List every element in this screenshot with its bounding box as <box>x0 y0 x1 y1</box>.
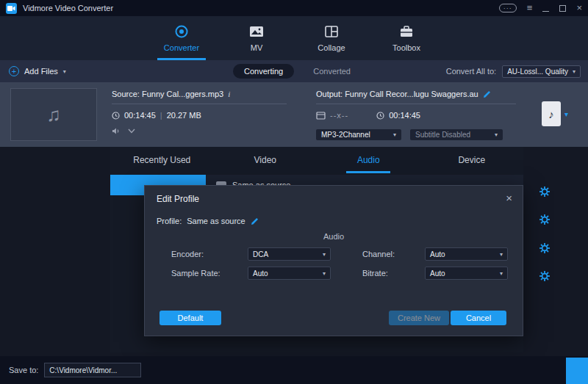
chevron-down-icon: ▾ <box>323 251 326 258</box>
chevron-down-icon: ▾ <box>500 270 503 277</box>
settings-gear-icon[interactable] <box>539 242 551 254</box>
divider <box>316 104 516 104</box>
edit-pencil-icon[interactable] <box>483 90 491 98</box>
convert-all-button[interactable] <box>566 358 588 384</box>
profile-value: Same as source <box>187 217 245 225</box>
main-nav: Converter MV Collage Toolbox <box>0 16 588 60</box>
bitrate-select[interactable]: Auto ▾ <box>425 267 508 280</box>
tab-converting[interactable]: Converting <box>233 64 294 79</box>
settings-gear-icon[interactable] <box>539 270 551 282</box>
collage-icon <box>323 24 340 39</box>
minimize-button[interactable] <box>542 1 549 15</box>
music-note-icon: ♫ <box>46 104 61 126</box>
chevron-down-icon[interactable] <box>128 128 135 134</box>
profile-tab-video[interactable]: Video <box>214 147 318 173</box>
tab-mv[interactable]: MV <box>234 16 279 60</box>
edit-profile-dialog: Edit Profile × Profile: Same as source A… <box>144 185 523 336</box>
bitrate-label: Bitrate: <box>362 269 388 278</box>
output-block: Output: Funny Call Recor...lugu Swaggers… <box>316 90 516 120</box>
tab-collage-label: Collage <box>318 43 345 52</box>
file-row: ♫ Source: Funny Cal...ggers.mp3 i 00:14:… <box>0 82 588 147</box>
music-note-icon: ♪ <box>548 108 554 120</box>
app-title: Vidmore Video Converter <box>23 4 113 12</box>
add-files-label: Add Files <box>24 67 58 76</box>
divider <box>112 104 287 104</box>
dialog-close-button[interactable]: × <box>506 192 512 204</box>
subtitle-value: Subtitle Disabled <box>415 131 470 139</box>
source-block: Source: Funny Cal...ggers.mp3 i 00:14:45… <box>112 90 287 135</box>
app-window: Vidmore Video Converter ··· ≡ × Converte… <box>0 0 588 384</box>
dialog-title: Edit Profile <box>157 194 199 204</box>
speaker-icon[interactable] <box>112 127 121 135</box>
chevron-down-icon: ▾ <box>63 68 66 75</box>
bitrate-value: Auto <box>430 269 445 278</box>
chevron-down-icon: ▾ <box>495 131 498 138</box>
save-path-input[interactable]: C:\Vidmore\Vidmor... <box>44 363 141 377</box>
sample-rate-select[interactable]: Auto ▾ <box>248 267 331 280</box>
encoder-label: Encoder: <box>171 250 204 258</box>
default-button[interactable]: Default <box>159 311 221 325</box>
toolbar: + Add Files ▾ Converting Converted Conve… <box>0 60 588 82</box>
close-button[interactable]: × <box>576 4 582 12</box>
sample-rate-value: Auto <box>253 269 268 278</box>
output-filename: Output: Funny Call Recor...lugu Swaggers… <box>316 90 478 98</box>
converter-icon <box>173 24 190 39</box>
convert-all-to-dropdown[interactable]: AU-Lossl... Quality ▾ <box>502 65 581 78</box>
app-logo-icon <box>6 3 17 14</box>
output-duration: 00:14:45 <box>389 111 420 120</box>
tab-toolbox[interactable]: Toolbox <box>384 16 429 60</box>
tab-converted[interactable]: Converted <box>309 64 355 79</box>
chevron-down-icon: ▾ <box>573 68 576 75</box>
plus-circle-icon: + <box>9 66 19 76</box>
profile-tab-recently-used[interactable]: Recently Used <box>110 147 214 173</box>
format-caret-icon[interactable]: ▾ <box>564 110 568 118</box>
encoder-value: DCA <box>253 250 268 258</box>
clock-icon <box>376 112 384 120</box>
source-size: 20.27 MB <box>167 111 201 120</box>
settings-gear-icon[interactable] <box>539 214 551 225</box>
file-thumbnail: ♫ <box>10 88 97 141</box>
info-icon[interactable]: i <box>228 90 230 98</box>
effect-icon[interactable] <box>316 112 326 120</box>
subtitle-dropdown[interactable]: Subtitle Disabled ▾ <box>410 129 503 140</box>
convert-all-to-label: Convert All to: <box>446 67 496 76</box>
add-files-button[interactable]: + Add Files ▾ <box>0 66 66 76</box>
profile-label: Profile: <box>157 217 182 225</box>
tab-collage[interactable]: Collage <box>309 16 354 60</box>
channel-select[interactable]: Auto ▾ <box>425 247 508 261</box>
audio-format-icon[interactable]: ♪ <box>542 101 561 126</box>
separator: | <box>160 111 162 120</box>
channel-label: Channel: <box>362 250 395 258</box>
output-format-dropdown[interactable]: MP3-2Channel ▾ <box>316 129 401 140</box>
clock-icon <box>112 112 120 120</box>
sample-rate-label: Sample Rate: <box>171 269 220 278</box>
settings-gear-icon[interactable] <box>539 186 551 198</box>
effect-placeholder: --x-- <box>330 111 348 120</box>
source-filename: Source: Funny Cal...ggers.mp3 <box>112 90 223 98</box>
cancel-button[interactable]: Cancel <box>451 311 506 325</box>
maximize-button[interactable] <box>559 1 566 15</box>
convert-all-to-value: AU-Lossl... Quality <box>507 68 568 76</box>
chevron-down-icon: ▾ <box>323 270 326 277</box>
titlebar: Vidmore Video Converter ··· ≡ × <box>0 0 588 16</box>
menu-icon[interactable]: ≡ <box>527 4 533 12</box>
bottom-bar: Save to: C:\Vidmore\Vidmor... <box>0 356 588 384</box>
tab-toolbox-label: Toolbox <box>392 43 420 52</box>
mv-icon <box>248 24 265 39</box>
tab-converter-label: Converter <box>164 43 199 52</box>
profile-tab-audio[interactable]: Audio <box>317 147 420 173</box>
tab-converter[interactable]: Converter <box>159 16 204 60</box>
encoder-select[interactable]: DCA ▾ <box>248 247 331 261</box>
feedback-menu-button[interactable]: ··· <box>499 4 517 12</box>
save-to-label: Save to: <box>9 366 38 374</box>
create-new-button[interactable]: Create New <box>389 311 449 325</box>
profile-tab-device[interactable]: Device <box>420 147 524 173</box>
channel-value: Auto <box>430 250 445 258</box>
chevron-down-icon: ▾ <box>500 251 503 258</box>
toolbox-icon <box>398 24 415 39</box>
edit-pencil-icon[interactable] <box>251 217 259 225</box>
section-title: Audio <box>145 232 523 241</box>
profile-tabs: Recently Used Video Audio Device <box>110 147 523 173</box>
chevron-down-icon: ▾ <box>393 131 396 138</box>
tab-mv-label: MV <box>251 43 263 52</box>
